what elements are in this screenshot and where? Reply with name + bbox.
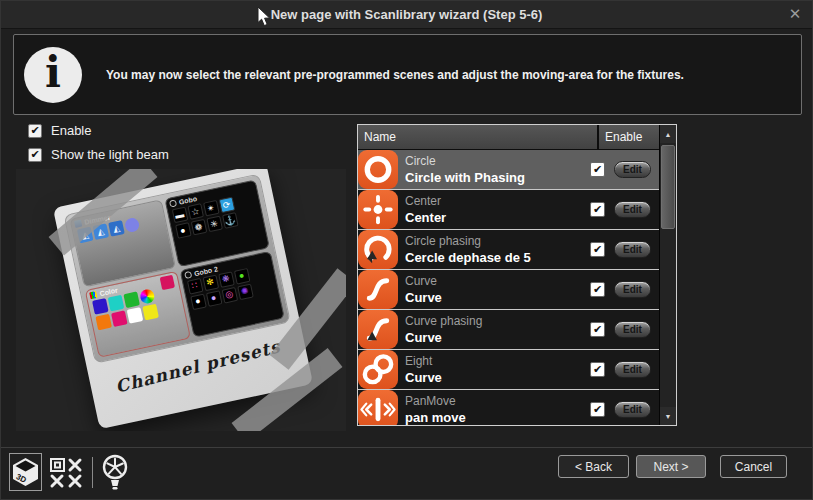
preset-cell: ◎ bbox=[221, 287, 238, 304]
circle-phasing-icon bbox=[358, 230, 398, 269]
scene-enable-checkbox[interactable]: ✔ bbox=[590, 242, 605, 257]
scene-enable-checkbox[interactable]: ✔ bbox=[590, 362, 605, 377]
show-light-beam-label: Show the light beam bbox=[51, 147, 169, 162]
scene-row-curve[interactable]: Curve Curve ✔ Edit bbox=[358, 270, 659, 310]
scene-enable-checkbox[interactable]: ✔ bbox=[590, 282, 605, 297]
scene-subtitle: Curve bbox=[405, 329, 590, 346]
scene-subtitle: Curve bbox=[405, 369, 590, 386]
scene-table: Name Enable Circle Circle with Phasing ✔… bbox=[357, 124, 677, 426]
preset-cell bbox=[111, 310, 128, 327]
scene-row-panmove[interactable]: PanMove pan move ✔ Edit bbox=[358, 390, 659, 425]
scene-row-center[interactable]: Center Center ✔ Edit bbox=[358, 190, 659, 230]
enable-checkbox[interactable]: ✔ bbox=[28, 124, 42, 138]
preset-cell: ❋ bbox=[218, 271, 235, 288]
preset-cell bbox=[124, 217, 141, 234]
scene-subtitle: Circle with Phasing bbox=[405, 169, 590, 186]
enable-label: Enable bbox=[51, 123, 91, 138]
preset-cell: ● bbox=[190, 293, 207, 310]
scene-row-circle-phasing[interactable]: Circle phasing Cercle dephase de 5 ✔ Edi… bbox=[358, 230, 659, 270]
toolbar-separator bbox=[92, 457, 93, 488]
preset-cell: ⚓ bbox=[222, 212, 239, 229]
preset-cell bbox=[127, 307, 144, 324]
bottom-divider bbox=[1, 447, 812, 448]
preset-cell: ✺ bbox=[237, 283, 254, 300]
info-banner: i You may now select the relevant pre-pr… bbox=[13, 34, 802, 115]
window-title: New page with Scanlibrary wizard (Step 5… bbox=[271, 7, 543, 22]
preset-cell bbox=[139, 288, 156, 305]
gobo2-icon bbox=[183, 270, 191, 278]
circle-icon bbox=[358, 150, 398, 189]
preset-cell bbox=[142, 303, 159, 320]
scene-subtitle: pan move bbox=[405, 409, 590, 426]
cube-3d-icon: 3D bbox=[12, 457, 39, 487]
scene-name: Curve bbox=[405, 274, 590, 289]
show-light-beam-checkbox[interactable]: ✔ bbox=[28, 148, 42, 162]
light-beam-button[interactable] bbox=[100, 454, 130, 491]
preset-cell: ▬ bbox=[171, 207, 188, 224]
scene-subtitle: Curve bbox=[405, 289, 590, 306]
gobo2-group: Gobo 2 ∷✻❋●●●◎✺ bbox=[179, 250, 285, 337]
scene-subtitle: Cercle dephase de 5 bbox=[405, 249, 590, 266]
channel-presets-illustration: Dimmer ◭◭◭ Gobo ▬☆✴⟳●❁✳⚓ Color Gobo 2 ∷✻… bbox=[16, 169, 346, 431]
scrollbar-thumb[interactable] bbox=[661, 145, 675, 229]
preset-cell: ● bbox=[205, 290, 222, 307]
preset-cell bbox=[95, 313, 112, 330]
pan-move-icon bbox=[358, 390, 398, 425]
view-3d-button[interactable]: 3D bbox=[9, 453, 42, 491]
cancel-button[interactable]: Cancel bbox=[720, 455, 787, 478]
edit-button[interactable]: Edit bbox=[614, 241, 651, 258]
close-icon[interactable]: ✕ bbox=[786, 5, 804, 23]
next-button[interactable]: Next > bbox=[636, 455, 706, 478]
preset-cell: ● bbox=[233, 268, 250, 285]
scene-enable-checkbox[interactable]: ✔ bbox=[590, 402, 605, 417]
preset-cell: ● bbox=[175, 222, 192, 239]
titlebar: New page with Scanlibrary wizard (Step 5… bbox=[1, 1, 812, 29]
light-beam-icon bbox=[100, 454, 130, 491]
scroll-up-icon[interactable]: ▲ bbox=[660, 125, 676, 143]
scene-name: Eight bbox=[405, 354, 590, 369]
info-banner-text: You may now select the relevant pre-prog… bbox=[106, 68, 704, 82]
preset-cell bbox=[108, 294, 125, 311]
edit-button[interactable]: Edit bbox=[614, 201, 651, 218]
enable-option[interactable]: ✔ Enable bbox=[28, 123, 91, 138]
info-icon: i bbox=[24, 47, 82, 103]
scene-name: Circle phasing bbox=[405, 234, 590, 249]
preset-cell: ∷ bbox=[186, 278, 203, 295]
edit-button[interactable]: Edit bbox=[614, 161, 651, 178]
scene-row-eight[interactable]: Eight Curve ✔ Edit bbox=[358, 350, 659, 390]
preset-cell: ⟳ bbox=[218, 197, 235, 214]
scene-name: Curve phasing bbox=[405, 314, 590, 329]
scene-name: Circle bbox=[405, 154, 590, 169]
preset-cell: ◭ bbox=[108, 220, 125, 237]
scene-row-curve-phasing[interactable]: Curve phasing Curve ✔ Edit bbox=[358, 310, 659, 350]
preset-cell bbox=[92, 298, 109, 315]
color-swatch bbox=[159, 274, 174, 289]
eight-icon bbox=[358, 350, 398, 389]
edit-button[interactable]: Edit bbox=[614, 321, 651, 338]
scene-name: Center bbox=[405, 194, 590, 209]
preset-cell: ✻ bbox=[202, 274, 219, 291]
scene-enable-checkbox[interactable]: ✔ bbox=[590, 322, 605, 337]
scroll-down-icon[interactable]: ▼ bbox=[660, 407, 676, 425]
table-header: Name Enable bbox=[358, 125, 676, 150]
scene-enable-checkbox[interactable]: ✔ bbox=[590, 162, 605, 177]
curve-icon bbox=[358, 270, 398, 309]
center-icon bbox=[358, 190, 398, 229]
show-light-beam-option[interactable]: ✔ Show the light beam bbox=[28, 147, 169, 162]
back-button[interactable]: < Back bbox=[558, 455, 629, 478]
color-group: Color bbox=[85, 270, 191, 357]
windows-grid-icon bbox=[49, 457, 85, 489]
column-header-name[interactable]: Name bbox=[358, 125, 597, 149]
scene-name: PanMove bbox=[405, 394, 590, 409]
scene-enable-checkbox[interactable]: ✔ bbox=[590, 202, 605, 217]
scene-row-circle[interactable]: Circle Circle with Phasing ✔ Edit bbox=[358, 150, 659, 190]
preset-cell bbox=[123, 291, 140, 308]
windows-layout-button[interactable] bbox=[49, 457, 85, 489]
edit-button[interactable]: Edit bbox=[614, 361, 651, 378]
table-rows: Circle Circle with Phasing ✔ Edit bbox=[358, 150, 659, 425]
table-scrollbar[interactable]: ▲ ▼ bbox=[659, 125, 676, 425]
edit-button[interactable]: Edit bbox=[614, 281, 651, 298]
curve-phasing-icon bbox=[358, 310, 398, 349]
wizard-dialog: New page with Scanlibrary wizard (Step 5… bbox=[0, 0, 813, 500]
edit-button[interactable]: Edit bbox=[614, 401, 651, 418]
